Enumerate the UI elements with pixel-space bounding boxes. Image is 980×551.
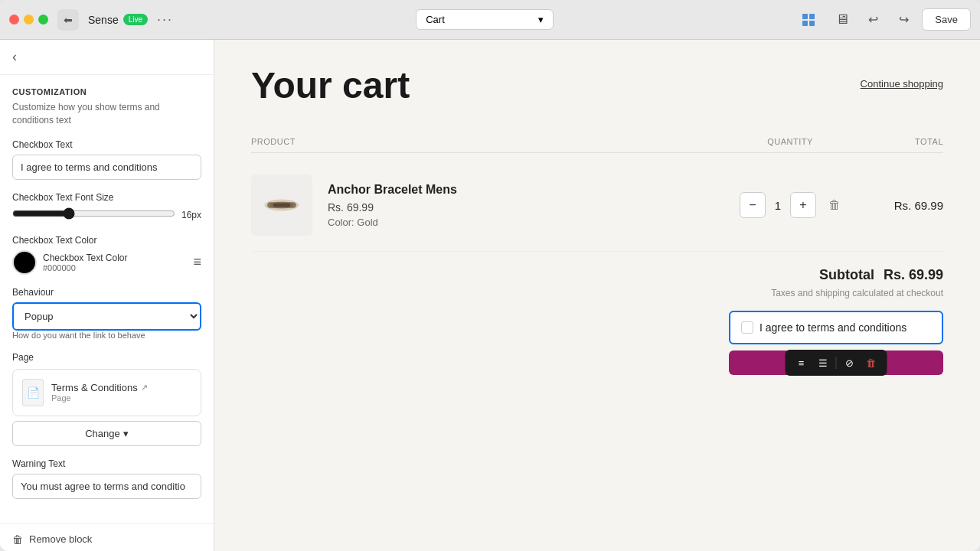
chevron-down-icon: ▾	[123, 428, 129, 439]
link-icon[interactable]: ⊘	[841, 354, 858, 371]
subtotal-value: Rs. 69.99	[884, 267, 943, 283]
align-center-icon[interactable]: ☰	[815, 354, 831, 371]
element-toolbar: ≡ ☰ ⊘ 🗑	[786, 350, 887, 376]
terms-checkbox-row: I agree to terms and conditions	[729, 311, 943, 344]
page-section-label: Page	[12, 352, 201, 363]
color-label: Checkbox Text Color	[12, 235, 201, 246]
col-quantity-header: QUANTITY	[729, 137, 851, 146]
product-name: Anchor Bracelet Mens	[328, 183, 729, 197]
col-product-header: PRODUCT	[251, 137, 729, 146]
page-card-title: Terms & Conditions ↗	[51, 382, 148, 393]
font-size-value: 16px	[181, 210, 201, 220]
delete-icon[interactable]: 🗑	[863, 354, 880, 371]
warning-text-label: Warning Text	[12, 458, 201, 469]
section-title: CUSTOMIZATION	[12, 87, 201, 96]
svg-rect-3	[809, 21, 815, 26]
terms-checkbox[interactable]	[741, 321, 753, 334]
terms-label: I agree to terms and conditions	[760, 321, 906, 334]
minimize-button[interactable]	[24, 15, 34, 24]
delete-item-icon[interactable]: 🗑	[828, 198, 841, 212]
svg-rect-1	[809, 14, 815, 19]
checkbox-text-label: Checkbox Text	[12, 139, 201, 150]
svg-rect-0	[802, 14, 808, 19]
page-card-subtitle: Page	[51, 393, 148, 403]
product-price: Rs. 69.99	[328, 201, 729, 214]
svg-rect-2	[802, 21, 808, 26]
remove-block-button[interactable]: 🗑 Remove block	[0, 523, 214, 551]
sidebar-back: ‹	[0, 40, 214, 75]
page-card: 📄 Terms & Conditions ↗ Page	[12, 369, 201, 416]
color-info: Checkbox Text Color #000000	[43, 253, 187, 272]
title-bar: ⬅ Sense Live ··· Cart ▾ 🖥 ↩ ↪ Save	[0, 0, 980, 40]
page-file-icon: 📄	[22, 379, 44, 406]
save-button[interactable]: Save	[922, 8, 971, 31]
maximize-button[interactable]	[38, 15, 48, 24]
item-total: Rs. 69.99	[851, 199, 943, 212]
quantity-decrease-button[interactable]: −	[740, 192, 766, 218]
back-icon[interactable]: ‹	[12, 49, 17, 64]
font-size-label: Checkbox Text Font Size	[12, 192, 201, 203]
undo-button[interactable]: ↩	[861, 8, 885, 32]
nav-back-icon[interactable]: ⬅	[57, 9, 79, 31]
font-size-slider[interactable]	[12, 207, 175, 220]
sidebar: ‹ CUSTOMIZATION Customize how you show t…	[0, 40, 214, 551]
change-button[interactable]: Change ▾	[12, 421, 201, 446]
monitor-icon[interactable]: 🖥	[830, 8, 854, 32]
preview-area: Your cart Continue shopping PRODUCT QUAN…	[214, 40, 980, 551]
color-swatch[interactable]	[12, 250, 37, 275]
trash-icon: 🗑	[12, 533, 23, 546]
cart-footer: Subtotal Rs. 69.99 Taxes and shipping ca…	[251, 267, 943, 375]
svg-rect-7	[273, 204, 291, 207]
more-options-icon[interactable]: ···	[157, 11, 173, 28]
chevron-down-icon: ▾	[538, 14, 544, 25]
behaviour-label: Behaviour	[12, 287, 201, 298]
taxes-note: Taxes and shipping calculated at checkou…	[251, 288, 943, 298]
brand: Sense Live	[88, 14, 148, 26]
quantity-control: − 1 + 🗑	[729, 192, 851, 218]
cart-title: Your cart	[251, 64, 410, 106]
product-info: Anchor Bracelet Mens Rs. 69.99 Color: Go…	[328, 183, 729, 228]
align-left-icon[interactable]: ≡	[793, 354, 810, 371]
col-total-header: TOTAL	[851, 137, 943, 146]
product-thumbnail	[251, 174, 312, 236]
checkbox-text-input[interactable]	[12, 155, 201, 180]
page-selector[interactable]: Cart ▾	[416, 9, 554, 30]
section-desc: Customize how you show terms and conditi…	[12, 101, 201, 127]
brand-name: Sense	[88, 14, 119, 26]
quantity-increase-button[interactable]: +	[790, 192, 816, 218]
redo-button[interactable]: ↪	[891, 8, 916, 32]
behaviour-select[interactable]: Popup Link	[12, 302, 201, 331]
live-badge: Live	[123, 14, 148, 25]
close-button[interactable]	[9, 15, 19, 24]
stack-icon: ≡	[193, 254, 201, 270]
external-link-icon: ↗	[141, 383, 148, 393]
continue-shopping-link[interactable]: Continue shopping	[861, 78, 943, 90]
product-variant: Color: Gold	[328, 217, 729, 228]
behaviour-hint: How do you want the link to behave	[12, 331, 201, 340]
color-hex: #000000	[43, 263, 187, 272]
checkout-button-container: ≡ ☰ ⊘ 🗑	[729, 350, 943, 375]
quantity-value: 1	[769, 199, 787, 212]
page-selector-label: Cart	[426, 14, 445, 25]
traffic-lights	[9, 15, 48, 24]
warning-text-input[interactable]	[12, 474, 201, 499]
cart-item: Anchor Bracelet Mens Rs. 69.99 Color: Go…	[251, 159, 943, 252]
subtotal-label: Subtotal	[819, 267, 874, 283]
grid-view-icon[interactable]	[796, 8, 821, 32]
color-name: Checkbox Text Color	[43, 253, 187, 263]
